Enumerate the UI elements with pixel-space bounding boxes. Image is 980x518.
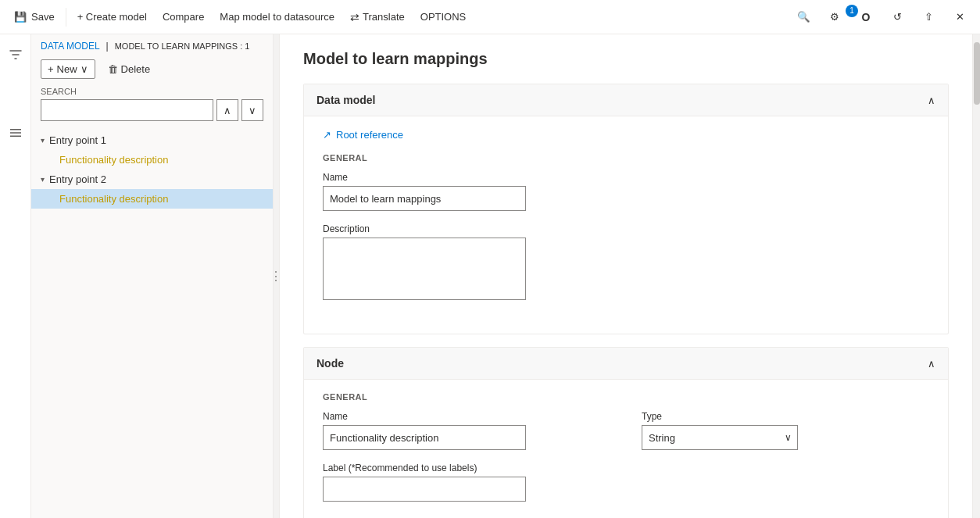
- create-model-label: + Create model: [77, 11, 147, 23]
- tree: ▾ Entry point 1 Functionality descriptio…: [31, 127, 273, 518]
- description-field-label: Description: [323, 223, 929, 234]
- search-input[interactable]: [41, 99, 213, 121]
- node-label-field-label: Label (*Recommended to use labels): [323, 463, 610, 473]
- name-field-group: Name: [323, 172, 929, 211]
- new-button[interactable]: + New ∨: [41, 59, 95, 79]
- node-section-body: GENERAL Name Label (*Recommended to use …: [304, 380, 948, 518]
- ep2-chevron-icon: ▾: [41, 175, 45, 184]
- delete-label: Delete: [121, 63, 151, 75]
- node-type-field-label: Type: [642, 411, 929, 422]
- data-model-section-header[interactable]: Data model ∧: [304, 84, 948, 116]
- breadcrumb-separator: |: [106, 41, 109, 52]
- close-icon: ✕: [956, 11, 964, 23]
- delete-icon: 🗑: [108, 63, 118, 75]
- nav-up-button[interactable]: ∧: [216, 99, 238, 121]
- node-left-col: GENERAL Name Label (*Recommended to use …: [323, 392, 610, 514]
- node-type-select[interactable]: String Integer Real Boolean Date DateTim…: [642, 425, 798, 450]
- tree-item-ep1[interactable]: ▾ Entry point 1: [31, 130, 273, 150]
- ep2-fd-label: Functionality description: [59, 193, 168, 205]
- settings-icon: ⚙: [830, 11, 839, 23]
- tree-group-ep2: ▾ Entry point 2 Functionality descriptio…: [31, 170, 273, 209]
- map-button[interactable]: Map model to datasource: [212, 0, 342, 34]
- refresh-button[interactable]: ↺: [883, 3, 911, 31]
- search-icon: 🔍: [797, 11, 810, 23]
- compare-button[interactable]: Compare: [155, 0, 212, 34]
- new-chevron-icon: ∨: [80, 63, 88, 75]
- notification-badge: 1: [846, 5, 858, 17]
- description-field-textarea[interactable]: [323, 238, 526, 300]
- refresh-icon: ↺: [893, 11, 902, 23]
- svg-rect-1: [10, 132, 21, 134]
- create-model-button[interactable]: + Create model: [70, 0, 155, 34]
- compare-label: Compare: [163, 11, 204, 23]
- node-name-field-group: Name: [323, 411, 610, 450]
- page-title: Model to learn mappings: [303, 50, 949, 68]
- description-field-group: Description: [323, 223, 929, 302]
- save-button[interactable]: 💾 Save: [6, 0, 63, 34]
- name-field-input[interactable]: [323, 186, 526, 211]
- node-type-select-wrapper: String Integer Real Boolean Date DateTim…: [642, 425, 798, 450]
- content-area: Model to learn mappings Data model ∧ ↗ R…: [280, 34, 972, 518]
- search-section: SEARCH ∧ ∨: [31, 84, 273, 127]
- data-model-collapse-icon: ∧: [928, 95, 935, 106]
- right-scrollbar[interactable]: [972, 34, 980, 518]
- tree-item-ep2[interactable]: ▾ Entry point 2: [31, 170, 273, 189]
- toolbar: 💾 Save + Create model Compare Map model …: [0, 0, 980, 34]
- data-model-section: Data model ∧ ↗ Root reference GENERAL Na…: [303, 84, 949, 334]
- node-collapse-icon: ∧: [928, 358, 935, 370]
- new-plus-icon: +: [48, 63, 54, 75]
- map-label: Map model to datasource: [220, 11, 334, 23]
- options-label: OPTIONS: [420, 11, 467, 23]
- left-rail: [0, 34, 31, 518]
- node-general-label: GENERAL: [323, 392, 610, 402]
- settings-button[interactable]: ⚙: [821, 3, 849, 31]
- translate-button[interactable]: ⇄ Translate: [342, 0, 413, 34]
- data-model-general-label: GENERAL: [323, 153, 929, 163]
- node-label-field-input[interactable]: [323, 477, 526, 502]
- scrollbar-thumb: [974, 42, 980, 105]
- toolbar-right: 🔍 ⚙ O 1 ↺ ⇧ ✕: [789, 3, 974, 31]
- save-icon: 💾: [14, 11, 27, 23]
- breadcrumb-current: MODEL TO LEARN MAPPINGS : 1: [115, 41, 250, 51]
- svg-rect-0: [10, 129, 21, 130]
- ep1-fd-label: Functionality description: [59, 154, 168, 166]
- root-ref-label: Root reference: [336, 129, 403, 141]
- search-button[interactable]: 🔍: [789, 3, 817, 31]
- share-button[interactable]: ⇧: [914, 3, 942, 31]
- root-ref-arrow-icon: ↗: [323, 129, 331, 141]
- toolbar-separator-1: [66, 8, 66, 27]
- data-model-section-body: ↗ Root reference GENERAL Name Descriptio…: [304, 116, 948, 334]
- translate-label: Translate: [363, 11, 405, 23]
- notification-area: O 1: [852, 3, 880, 31]
- name-field-label: Name: [323, 172, 929, 183]
- node-section-title: Node: [317, 357, 344, 370]
- ep1-label: Entry point 1: [49, 134, 106, 146]
- ep1-chevron-icon: ▾: [41, 136, 45, 145]
- node-section-header[interactable]: Node ∧: [304, 348, 948, 380]
- tree-item-ep2-fd[interactable]: Functionality description: [31, 189, 273, 209]
- root-ref-link[interactable]: ↗ Root reference: [323, 129, 929, 141]
- tree-item-ep1-fd[interactable]: Functionality description: [31, 150, 273, 170]
- options-button[interactable]: OPTIONS: [413, 0, 474, 34]
- ep2-label: Entry point 2: [49, 173, 106, 185]
- node-type-field-group: Type String Integer Real Boolean Date Da…: [642, 411, 929, 450]
- rail-filter-icon[interactable]: [2, 41, 30, 69]
- new-label: New: [57, 63, 77, 75]
- search-label: SEARCH: [41, 87, 263, 96]
- node-name-field-input[interactable]: [323, 425, 526, 450]
- node-type-spacer: [642, 392, 929, 402]
- breadcrumb: DATA MODEL | MODEL TO LEARN MAPPINGS : 1: [31, 34, 273, 55]
- breadcrumb-data-model[interactable]: DATA MODEL: [41, 41, 100, 52]
- node-name-field-label: Name: [323, 411, 610, 422]
- node-right-col: Type String Integer Real Boolean Date Da…: [642, 392, 929, 514]
- delete-button[interactable]: 🗑 Delete: [102, 60, 157, 78]
- close-button[interactable]: ✕: [946, 3, 974, 31]
- svg-rect-2: [10, 136, 21, 138]
- share-icon: ⇧: [925, 11, 933, 23]
- rail-menu-icon[interactable]: [2, 119, 30, 147]
- drag-handle[interactable]: ⋮: [274, 34, 280, 518]
- sidebar: DATA MODEL | MODEL TO LEARN MAPPINGS : 1…: [31, 34, 274, 518]
- tree-group-ep1: ▾ Entry point 1 Functionality descriptio…: [31, 130, 273, 170]
- node-label-field-group: Label (*Recommended to use labels): [323, 463, 610, 502]
- nav-down-button[interactable]: ∨: [241, 99, 263, 121]
